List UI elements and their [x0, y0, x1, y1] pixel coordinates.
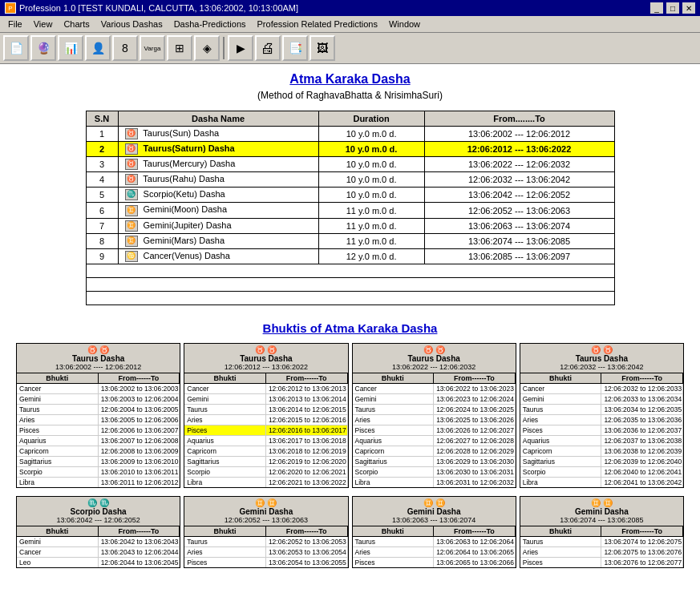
- bhukti-date: 13:06:2031 to 12:06:2032: [434, 478, 516, 487]
- bhukti-name: Gemini: [353, 394, 435, 404]
- bhukti-row: Taurus 13:06:2063 to 12:06:2064: [353, 537, 516, 547]
- bhukti-header: ♊ ♊ Gemini Dasha 13:06:2063 --- 13:06:20…: [353, 497, 516, 526]
- menu-charts[interactable]: Charts: [59, 18, 94, 30]
- bhukti-date: 13:06:2013 to 13:06:2014: [266, 394, 348, 404]
- bhukti-panel: ♉ ♉ Taurus Dasha 12:06:2032 --- 13:06:20…: [520, 343, 684, 488]
- col-bhukti: Bhukti: [353, 373, 435, 383]
- bhukti-date: 13:06:2038 to 12:06:2039: [601, 446, 683, 456]
- menu-various-dashas[interactable]: Various Dashas: [96, 18, 168, 30]
- bhukti-col-headers: Bhukti From------To: [184, 526, 347, 537]
- table-row: 6 ♊ Gemini(Moon) Dasha 11 y.0 m.0 d. 12:…: [86, 203, 614, 218]
- bhukti-row: Libra 12:06:2021 to 13:06:2022: [184, 478, 347, 487]
- bhukti-row: Capricorn 13:06:2038 to 12:06:2039: [520, 446, 683, 457]
- bhukti-row: Pisces 12:06:2006 to 13:06:2007: [17, 425, 180, 436]
- toolbar-btn-7[interactable]: ⊞: [167, 35, 192, 61]
- col-bhukti: Bhukti: [520, 526, 602, 536]
- toolbar-btn-4[interactable]: 👤: [85, 35, 111, 61]
- bhukti-date: 13:06:2011 to 12:06:2012: [99, 478, 180, 487]
- bhukti-row: Pisces 13:06:2065 to 13:06:2066: [353, 558, 516, 567]
- bhukti-row: Scorpio 12:06:2040 to 12:06:2041: [520, 467, 683, 478]
- bhukti-icon: ♊ ♊: [188, 498, 344, 507]
- toolbar-btn-1[interactable]: 📄: [3, 35, 29, 61]
- bhukti-panel: ♏ ♏ Scorpio Dasha 13:06:2042 --- 12:06:2…: [16, 496, 180, 568]
- toolbar-btn-12[interactable]: 🖼: [310, 35, 335, 61]
- menu-profession-predictions[interactable]: Profession Related Predictions: [253, 18, 382, 30]
- row-fromto: 13:06:2042 --- 12:06:2052: [424, 188, 614, 203]
- toolbar-btn-3[interactable]: 📊: [58, 35, 83, 61]
- close-btn[interactable]: ✕: [682, 2, 695, 14]
- menu-window[interactable]: Window: [384, 18, 425, 30]
- bhukti-date: 12:06:2024 to 13:06:2025: [434, 405, 516, 414]
- toolbar-sep-1: [223, 37, 225, 59]
- dasha-col-duration: Duration: [318, 111, 424, 127]
- bhukti-row: Pisces 13:06:2054 to 13:06:2055: [184, 558, 347, 567]
- toolbar-btn-10[interactable]: 🖨: [255, 35, 281, 61]
- bhukti-row: Taurus 13:06:2014 to 12:06:2015: [184, 405, 347, 415]
- bhukti-date: 13:06:2010 to 13:06:2011: [99, 467, 180, 477]
- col-bhukti: Bhukti: [184, 373, 266, 383]
- bhukti-dates: 13:06:2042 --- 12:06:2052: [20, 516, 176, 524]
- bhukti-panel: ♊ ♊ Gemini Dasha 12:06:2052 --- 13:06:20…: [184, 496, 348, 568]
- toolbar-btn-9[interactable]: ▶: [228, 35, 253, 61]
- bhukti-header: ♏ ♏ Scorpio Dasha 13:06:2042 --- 12:06:2…: [17, 497, 180, 526]
- bhukti-name: Aries: [353, 547, 435, 557]
- toolbar-btn-5[interactable]: 8: [112, 35, 138, 61]
- title-text: Profession 1.0 [TEST KUNDALI, CALCUTTA, …: [19, 3, 298, 13]
- bhukti-name: Taurus: [520, 537, 602, 546]
- bhukti-date: 13:06:2005 to 12:06:2006: [99, 415, 180, 425]
- maximize-btn[interactable]: □: [666, 2, 679, 14]
- bhukti-name: Libra: [184, 478, 266, 487]
- row-sn: 1: [86, 127, 118, 142]
- row-name: ♏ Scorpio(Ketu) Dasha: [118, 188, 318, 203]
- bhukti-panel: ♉ ♉ Taurus Dasha 12:06:2012 --- 13:06:20…: [184, 343, 348, 488]
- table-row: 1 ♉ Taurus(Sun) Dasha 10 y.0 m.0 d. 13:0…: [86, 127, 614, 142]
- bhukti-title: Scorpio Dasha: [20, 507, 176, 516]
- bhukti-name: Scorpio: [520, 467, 602, 477]
- bhukti-name: Libra: [17, 478, 99, 487]
- bhukti-icon: ♊ ♊: [524, 498, 680, 507]
- bhukti-title: Taurus Dasha: [20, 354, 176, 363]
- bhukti-name: Libra: [353, 478, 435, 487]
- bhukti-name: Capricorn: [184, 446, 266, 456]
- row-duration: 10 y.0 m.0 d.: [318, 188, 424, 203]
- menu-dasha-predictions[interactable]: Dasha-Predictions: [169, 18, 251, 30]
- bhukti-date: 13:06:2023 to 12:06:2024: [434, 394, 516, 404]
- col-bhukti: Bhukti: [520, 373, 602, 383]
- bhukti-date: 13:06:2076 to 12:06:2077: [601, 558, 683, 567]
- bhukti-name: Cancer: [184, 384, 266, 393]
- bhukti-date: 12:06:2041 to 13:06:2042: [601, 478, 683, 487]
- toolbar-btn-11[interactable]: 📑: [282, 35, 308, 61]
- bhukti-name: Gemini: [184, 394, 266, 404]
- col-from: From------To: [266, 526, 348, 536]
- row-fromto: 13:06:2022 --- 12:06:2032: [424, 157, 614, 172]
- bhukti-row: Cancer 12:06:2012 to 13:06:2013: [184, 384, 347, 394]
- bhukti-date: 12:06:2004 to 13:06:2005: [99, 405, 180, 414]
- dasha-table: S.N Dasha Name Duration From........To 1…: [86, 111, 615, 305]
- bhukti-name: Capricorn: [353, 446, 435, 456]
- bhukti-name: Sagittarius: [17, 457, 99, 466]
- menu-view[interactable]: View: [29, 18, 58, 30]
- minimize-btn[interactable]: _: [650, 2, 663, 14]
- bhukti-name: Pisces: [520, 558, 602, 567]
- bhukti-dates: 12:06:2052 --- 13:06:2063: [188, 516, 344, 524]
- row-sn: 7: [86, 218, 118, 233]
- dasha-col-fromto: From........To: [424, 111, 614, 127]
- toolbar-btn-6[interactable]: Varga: [140, 35, 165, 61]
- bhukti-name: Aries: [184, 547, 266, 557]
- bhukti-dates: 13:06:2002 ---- 12:06:2012: [20, 363, 176, 371]
- bhukti-date: 12:06:2037 to 13:06:2038: [601, 436, 683, 446]
- bhukti-row: Aries 13:06:2025 to 13:06:2026: [353, 415, 516, 425]
- bhukti-name: Scorpio: [17, 467, 99, 477]
- toolbar-btn-8[interactable]: ◈: [194, 35, 220, 61]
- bhukti-date: 13:06:2042 to 13:06:2043: [99, 537, 180, 546]
- bhukti-date: 13:06:2043 to 12:06:2044: [99, 547, 180, 557]
- bhukti-row: Taurus 13:06:2034 to 12:06:2035: [520, 405, 683, 415]
- bhukti-name: Cancer: [17, 384, 99, 393]
- bhukti-name: Gemini: [520, 394, 602, 404]
- toolbar-btn-2[interactable]: 🔮: [30, 35, 56, 61]
- row-duration: 12 y.0 m.0 d.: [318, 248, 424, 264]
- bhukti-header: ♉ ♉ Taurus Dasha 13:06:2022 --- 12:06:20…: [353, 344, 516, 373]
- menu-file[interactable]: File: [3, 18, 27, 30]
- bhukti-date: 12:06:2019 to 12:06:2020: [266, 457, 348, 466]
- bhukti-dates: 12:06:2032 --- 13:06:2042: [524, 363, 680, 371]
